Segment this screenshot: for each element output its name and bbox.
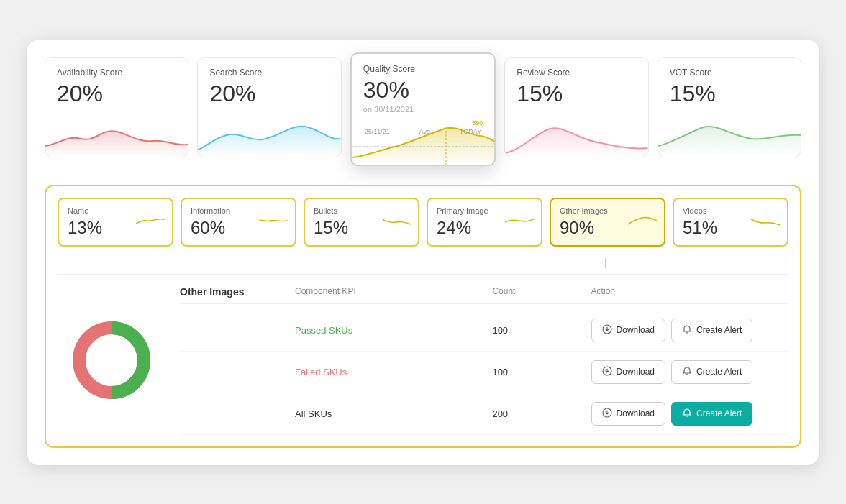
passed-skus-actions: Download Create Alert [591,319,788,342]
availability-title: Availability Score [57,68,176,78]
table-row: All SKUs 200 Download [180,393,788,435]
failed-skus-label: Failed SKUs [295,367,492,377]
all-alert-label: Create Alert [696,408,742,418]
review-title: Review Score [517,68,636,78]
col-kpi-header: Component KPI [295,286,492,298]
donut-chart-area [58,286,165,435]
kpi-cards-row: Name 13% Information 60% Bullets 15% [58,198,788,247]
kpi-other-images-trend [628,214,657,231]
passed-skus-count: 100 [492,325,591,336]
active-card-connector [605,258,606,268]
passed-alert-button[interactable]: Create Alert [671,319,752,342]
all-download-label: Download [617,408,655,418]
availability-score-card: Availability Score 20% [45,57,188,157]
all-download-button[interactable]: Download [591,402,665,426]
kpi-primary-image-trend [505,214,534,231]
bell-icon-1 [682,324,692,336]
kpi-primary-image-card[interactable]: Primary Image 24% [427,198,542,247]
failed-skus-count: 100 [492,367,591,377]
dashboard: Availability Score 20% Search Score [27,40,819,465]
col-count-header: Count [492,286,591,298]
kpi-other-images-card[interactable]: Other Images 90% [550,198,665,247]
table-section-title: Other Images [180,286,295,298]
table-row: Passed SKUs 100 Download [180,310,788,352]
failed-download-label: Download [617,367,655,377]
kpi-information-trend [259,214,288,231]
failed-skus-actions: Download Create Alert [591,360,788,384]
passed-download-label: Download [617,325,655,335]
connector-area [58,258,788,268]
donut-chart [68,317,155,403]
bell-icon-2 [682,366,692,378]
review-chart [505,114,647,157]
kpi-bullets-card[interactable]: Bullets 15% [304,198,419,247]
kpi-videos-trend [751,214,780,231]
vot-title: VOT Score [670,68,789,78]
quality-date: on 30/11/2021 [363,105,483,114]
search-value: 20% [209,81,329,107]
all-skus-label: All SKUs [295,408,492,419]
search-title: Search Score [209,68,329,78]
all-skus-count: 200 [492,408,591,419]
download-icon-1 [602,324,612,336]
availability-chart [45,114,188,157]
kpi-information-card[interactable]: Information 60% [181,198,296,247]
table-header: Other Images Component KPI Count Action [180,286,788,304]
review-score-card: Review Score 15% [504,57,648,157]
passed-skus-label: Passed SKUs [295,325,492,336]
passed-alert-label: Create Alert [696,325,742,335]
table-section: Other Images Component KPI Count Action … [58,286,788,435]
sku-table: Other Images Component KPI Count Action … [180,286,788,435]
vot-chart [658,114,801,157]
kpi-videos-card[interactable]: Videos 51% [673,198,788,247]
score-cards-row: Availability Score 20% Search Score [45,57,801,170]
svg-point-4 [87,336,136,385]
col-action-header: Action [591,286,788,298]
failed-alert-label: Create Alert [696,367,742,377]
kpi-name-card[interactable]: Name 13% [58,198,173,247]
passed-download-button[interactable]: Download [591,319,665,342]
failed-alert-button[interactable]: Create Alert [671,360,752,384]
section-divider [58,274,788,275]
availability-value: 20% [57,81,176,107]
table-row: Failed SKUs 100 Download [180,352,788,393]
search-score-card: Search Score 20% [197,57,341,157]
kpi-section: Name 13% Information 60% Bullets 15% [45,185,801,448]
vot-value: 15% [670,81,789,107]
quality-chart [352,122,494,165]
quality-title: Quality Score [363,64,483,74]
download-icon-3 [602,408,612,420]
quality-value: 30% [363,77,483,104]
kpi-bullets-trend [382,214,411,231]
review-value: 15% [517,81,636,107]
all-alert-button[interactable]: Create Alert [671,402,752,426]
vot-score-card: VOT Score 15% [658,57,801,157]
quality-score-card: Quality Score 30% on 30/11/2021 590 25/1… [350,52,496,166]
bell-icon-3 [682,408,692,420]
search-chart [198,114,340,157]
kpi-name-trend [136,214,165,231]
all-skus-actions: Download Create Alert [591,402,788,426]
download-icon-2 [602,366,612,378]
failed-download-button[interactable]: Download [591,360,665,384]
